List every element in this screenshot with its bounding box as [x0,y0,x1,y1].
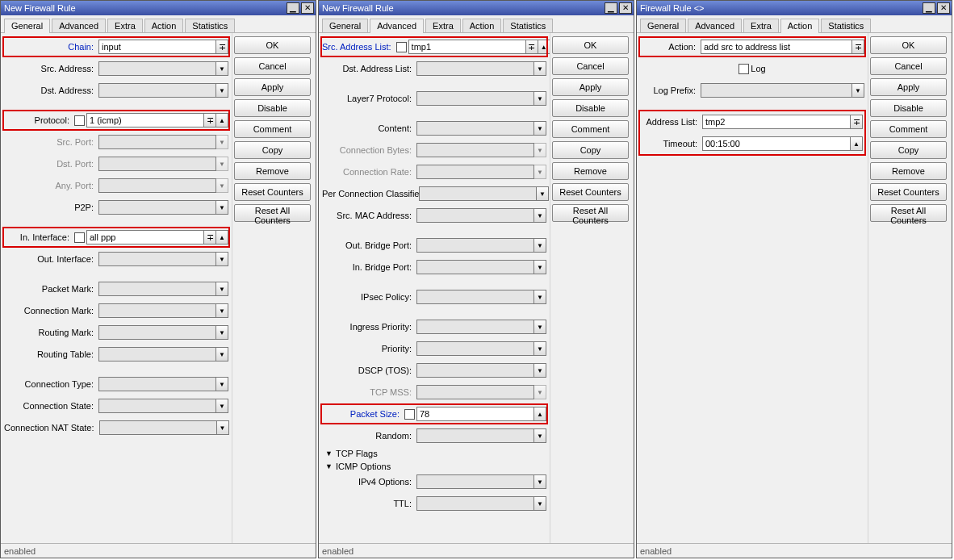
address-list-dropdown-icon[interactable] [850,115,863,129]
tab-advanced[interactable]: Advanced [688,19,742,32]
dst-address-toggle-icon[interactable] [215,83,228,98]
copy-button[interactable]: Copy [552,141,629,159]
tab-action[interactable]: Action [144,19,184,32]
out-interface-toggle-icon[interactable] [215,252,228,266]
ok-button[interactable]: OK [552,36,629,54]
src-address-list-input[interactable] [408,40,526,54]
protocol-dropdown-icon[interactable] [203,113,216,127]
apply-button[interactable]: Apply [552,78,629,96]
packet-size-input[interactable] [416,407,534,421]
timeout-input[interactable] [702,136,851,151]
per-conn-classifier-toggle-icon[interactable] [536,186,549,201]
remove-button[interactable]: Remove [552,162,629,180]
out-bridge-port-toggle-icon[interactable] [533,238,546,253]
titlebar[interactable]: New Firewall Rule ▁ ✕ [1,1,316,15]
routing-table-toggle-icon[interactable] [215,347,228,361]
tab-statistics[interactable]: Statistics [503,19,553,32]
section-tcp-flags[interactable]: ▼TCP Flags [325,449,546,458]
ingress-priority-toggle-icon[interactable] [533,320,546,334]
timeout-toggle-icon[interactable] [850,136,863,151]
src-address-list-invert-checkbox[interactable] [396,42,407,52]
packet-mark-toggle-icon[interactable] [215,282,228,296]
tab-extra[interactable]: Extra [743,19,779,32]
packet-size-invert-checkbox[interactable] [404,409,415,420]
copy-button[interactable]: Copy [234,141,311,159]
cancel-button[interactable]: Cancel [870,57,947,75]
random-toggle-icon[interactable] [533,428,546,443]
tab-action[interactable]: Action [780,19,820,33]
cancel-button[interactable]: Cancel [234,57,311,75]
copy-button[interactable]: Copy [870,141,947,159]
tab-general[interactable]: General [4,19,50,33]
tab-general[interactable]: General [640,19,686,32]
comment-button[interactable]: Comment [870,120,947,138]
dscp-toggle-icon[interactable] [533,363,546,378]
src-address-list-dropdown-icon[interactable] [525,40,538,54]
ipv4-options-toggle-icon[interactable] [533,474,546,489]
cancel-button[interactable]: Cancel [552,57,629,75]
tab-statistics[interactable]: Statistics [821,19,871,32]
section-icmp-options[interactable]: ▼ICMP Options [325,462,546,471]
ok-button[interactable]: OK [234,36,311,54]
dst-address-list-toggle-icon[interactable] [533,61,546,76]
remove-button[interactable]: Remove [870,162,947,180]
close-icon[interactable]: ✕ [301,2,314,14]
in-interface-invert-checkbox[interactable] [74,232,85,243]
action-dropdown-icon[interactable] [851,40,864,54]
protocol-invert-checkbox[interactable] [74,115,85,126]
in-interface-input[interactable] [86,230,204,244]
in-bridge-port-toggle-icon[interactable] [533,260,546,274]
disable-button[interactable]: Disable [234,99,311,117]
disable-button[interactable]: Disable [552,99,629,117]
layer7-toggle-icon[interactable] [533,91,546,106]
tab-general[interactable]: General [322,19,368,32]
remove-button[interactable]: Remove [234,162,311,180]
connection-type-toggle-icon[interactable] [215,377,228,391]
tab-advanced[interactable]: Advanced [52,19,106,32]
chain-input[interactable] [98,40,216,54]
close-icon[interactable]: ✕ [937,2,950,14]
src-address-toggle-icon[interactable] [215,61,228,76]
routing-mark-toggle-icon[interactable] [215,325,228,340]
reset-all-counters-button[interactable]: Reset All Counters [234,204,311,222]
chain-dropdown-icon[interactable] [215,40,228,54]
ok-button[interactable]: OK [870,36,947,54]
close-icon[interactable]: ✕ [619,2,632,14]
minimize-icon[interactable]: ▁ [287,2,299,14]
p2p-toggle-icon[interactable] [215,200,228,215]
src-address-list-toggle-icon[interactable] [538,40,550,54]
content-toggle-icon[interactable] [533,121,546,136]
in-interface-dropdown-icon[interactable] [203,230,216,244]
connection-mark-toggle-icon[interactable] [215,303,228,318]
apply-button[interactable]: Apply [234,78,311,96]
ipsec-policy-toggle-icon[interactable] [533,290,546,304]
tab-statistics[interactable]: Statistics [185,19,235,32]
tab-extra[interactable]: Extra [107,19,143,32]
apply-button[interactable]: Apply [870,78,947,96]
titlebar[interactable]: New Firewall Rule ▁ ✕ [319,1,634,15]
ttl-toggle-icon[interactable] [533,496,546,511]
reset-all-counters-button[interactable]: Reset All Counters [552,204,629,222]
reset-counters-button[interactable]: Reset Counters [870,183,947,201]
log-prefix-toggle-icon[interactable] [851,83,864,98]
protocol-input[interactable] [86,113,204,127]
protocol-toggle-icon[interactable] [215,113,228,127]
reset-counters-button[interactable]: Reset Counters [552,183,629,201]
address-list-input[interactable] [702,115,851,129]
comment-button[interactable]: Comment [234,120,311,138]
log-checkbox[interactable] [739,64,749,74]
reset-all-counters-button[interactable]: Reset All Counters [870,204,947,222]
titlebar[interactable]: Firewall Rule <> ▁ ✕ [637,1,952,15]
in-interface-toggle-icon[interactable] [215,230,228,244]
minimize-icon[interactable]: ▁ [923,2,935,14]
priority-toggle-icon[interactable] [533,341,546,356]
reset-counters-button[interactable]: Reset Counters [234,183,311,201]
connection-nat-state-toggle-icon[interactable] [216,420,229,435]
disable-button[interactable]: Disable [870,99,947,117]
comment-button[interactable]: Comment [552,120,629,138]
action-input[interactable] [701,40,852,54]
tab-action[interactable]: Action [462,19,502,32]
tab-advanced[interactable]: Advanced [370,19,424,33]
connection-state-toggle-icon[interactable] [215,399,228,413]
minimize-icon[interactable]: ▁ [605,2,617,14]
